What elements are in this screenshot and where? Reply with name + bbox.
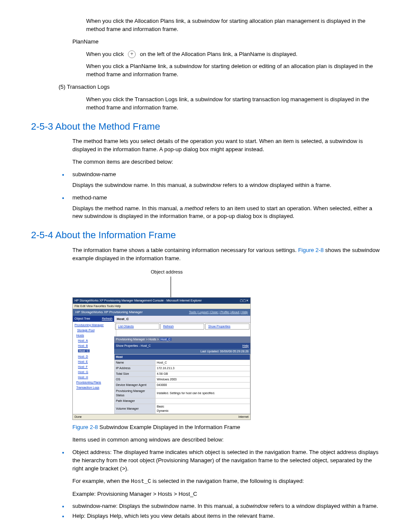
figure-caption: Figure 2-8 Subwindow Example Displayed i… bbox=[72, 423, 380, 432]
subwindow-header: Show Properties - Host_C Help bbox=[114, 343, 250, 349]
crumb-selected: Host_C bbox=[160, 338, 171, 341]
list-item: subwindow-name Displays the subwindow na… bbox=[57, 171, 380, 190]
paragraph: When you click the Allocation Plans link… bbox=[86, 17, 380, 34]
paragraph: The method frame lets you select details… bbox=[72, 137, 380, 154]
app-title: HP StorageWorks XP Provisioning Manager bbox=[75, 310, 143, 315]
tree-host[interactable]: Host_A bbox=[74, 338, 115, 343]
plus-icon: + bbox=[128, 50, 136, 58]
window-title: HP StorageWorks XP Provisioning Manager … bbox=[75, 299, 202, 303]
tree-host[interactable]: Host_H bbox=[74, 375, 115, 380]
tree-host[interactable]: Host_F bbox=[74, 364, 115, 370]
figure-number: Figure 2-8 bbox=[72, 424, 98, 430]
term: method-name bbox=[72, 194, 107, 201]
status-left: Done bbox=[75, 415, 82, 419]
text: Displays the subwindow name. In this man… bbox=[72, 182, 193, 188]
object-tree: Provisioning Manager Storage Pool Hosts … bbox=[73, 322, 116, 392]
menubar: File Edit View Favorites Tools Help bbox=[73, 304, 250, 309]
help-link[interactable]: Help bbox=[243, 344, 249, 348]
transaction-logs-label: (5) Transaction Logs bbox=[59, 83, 380, 91]
tree-hosts[interactable]: Hosts bbox=[74, 333, 115, 338]
tree-storage-pool[interactable]: Storage Pool bbox=[74, 328, 115, 333]
tree-title: Object Tree bbox=[75, 317, 90, 321]
text: When you click bbox=[86, 51, 124, 57]
figure-link[interactable]: Figure 2-8 bbox=[298, 247, 324, 253]
main-tab: Host_C bbox=[114, 316, 250, 323]
figure-caption-text: Subwindow Example Displayed in the Infor… bbox=[98, 424, 240, 430]
subwindow-title: Show Properties - Host_C bbox=[116, 344, 151, 348]
paragraph: When you click the Transaction Logs link… bbox=[86, 96, 380, 112]
screenshot-window: HP StorageWorks XP Provisioning Manager … bbox=[72, 297, 251, 420]
figure-2-8: Object address HP StorageWorks XP Provis… bbox=[72, 269, 380, 420]
text: refers to a window displayed within a fr… bbox=[221, 182, 331, 188]
app-header: HP StorageWorks XP Provisioning Manager … bbox=[73, 309, 250, 316]
paragraph: When you click + on the left of the Allo… bbox=[86, 50, 380, 59]
action-list-objects[interactable]: List Objects bbox=[115, 324, 159, 330]
planname-label: PlanName bbox=[72, 38, 380, 46]
paragraph: The common items are described below: bbox=[72, 158, 380, 166]
object-address-label: Object address bbox=[151, 269, 380, 276]
italic: subwindow bbox=[193, 182, 221, 188]
list-item: method-name Displays the method name. In… bbox=[57, 194, 380, 221]
list-item: subwindow-name: Displays the subwindow n… bbox=[57, 502, 380, 510]
tree-transaction-logs[interactable]: Transaction Logs bbox=[74, 385, 115, 390]
text: For example, when the bbox=[72, 478, 131, 484]
tree-host-selected[interactable]: Host_C bbox=[74, 348, 115, 354]
properties-table: HostNameHost_CIP Address172.16.211.3Tota… bbox=[114, 354, 250, 414]
arrow-line bbox=[171, 277, 171, 297]
text: Displays the method name. In this manual… bbox=[72, 205, 184, 212]
paragraph: The information frame shows a table cont… bbox=[72, 246, 380, 263]
heading-254: 2-5-4 About the Information Frame bbox=[31, 228, 380, 242]
statusbar: Done Internet bbox=[73, 414, 250, 420]
list-item: Object address: The displayed frame indi… bbox=[57, 448, 380, 498]
text: subwindow-name: Displays the subwindow n… bbox=[72, 503, 240, 509]
heading-253: 2-5-3 About the Method Frame bbox=[31, 120, 380, 134]
titlebar: HP StorageWorks XP Provisioning Manager … bbox=[73, 298, 250, 304]
example-text: Example: Provisioning Manager > Hosts > … bbox=[72, 490, 380, 498]
tree-root[interactable]: Provisioning Manager bbox=[74, 323, 115, 328]
action-refresh[interactable]: Refresh bbox=[160, 324, 205, 330]
italic: method bbox=[184, 205, 203, 212]
status-right: Internet bbox=[238, 415, 249, 419]
last-updated: Last Updated: 06/06/08 05:29:28:28 bbox=[114, 349, 250, 354]
text: refers to a window displayed within a fr… bbox=[268, 503, 378, 509]
tree-host[interactable]: Host_G bbox=[74, 370, 115, 375]
text: Object address: The displayed frame indi… bbox=[72, 449, 379, 472]
window-controls: ▢▢✕ bbox=[240, 299, 249, 303]
tree-refresh[interactable]: Refresh bbox=[102, 317, 112, 321]
text: on the left of the Allocation Plans link… bbox=[140, 51, 298, 57]
action-show-properties[interactable]: Show Properties bbox=[205, 324, 249, 330]
code: Host_C bbox=[131, 478, 151, 485]
tree-host[interactable]: Host_B bbox=[74, 343, 115, 348]
italic: subwindow bbox=[240, 503, 268, 509]
tree-host[interactable]: Host_D bbox=[74, 354, 115, 359]
tree-host[interactable]: Host_E bbox=[74, 359, 115, 364]
list-item: Help: Displays Help, which lets you view… bbox=[57, 512, 380, 520]
crumb-path: Provisioning Manager > Hosts > bbox=[116, 338, 160, 341]
term: subwindow-name bbox=[72, 171, 116, 177]
text: The information frame shows a table cont… bbox=[72, 247, 298, 253]
paragraph: When you click a PlanName link, a subwin… bbox=[86, 62, 380, 79]
paragraph: Items used in common among windows are d… bbox=[72, 436, 380, 444]
tree-provisioning-plans[interactable]: Provisioning Plans bbox=[74, 380, 115, 385]
breadcrumb: Provisioning Manager > Hosts > Host_C bbox=[114, 336, 250, 342]
tree-header: Object Tree Refresh bbox=[73, 316, 114, 322]
header-links[interactable]: Tools | Logout | Close | Profile | About… bbox=[189, 310, 248, 314]
text: is selected in the navigation frame, the… bbox=[151, 478, 304, 484]
